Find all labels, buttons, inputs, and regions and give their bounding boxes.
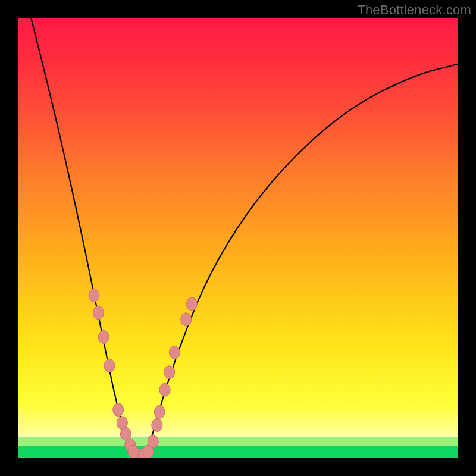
bead-markers bbox=[89, 289, 197, 458]
watermark-text: TheBottleneck.com bbox=[357, 2, 471, 18]
bead bbox=[164, 366, 175, 379]
bead bbox=[98, 331, 109, 344]
plot-area bbox=[18, 18, 458, 458]
bead bbox=[104, 359, 115, 372]
bead bbox=[169, 346, 180, 359]
bead bbox=[154, 405, 165, 418]
curve-svg bbox=[18, 18, 458, 458]
bead bbox=[181, 313, 192, 326]
bottleneck-curve bbox=[31, 18, 458, 457]
bead bbox=[113, 403, 124, 416]
bead bbox=[148, 435, 158, 448]
bead bbox=[152, 419, 162, 432]
bead bbox=[93, 306, 104, 320]
chart-frame: TheBottleneck.com bbox=[0, 0, 476, 476]
bead bbox=[159, 383, 170, 396]
bead bbox=[89, 289, 99, 302]
bead bbox=[186, 298, 197, 311]
